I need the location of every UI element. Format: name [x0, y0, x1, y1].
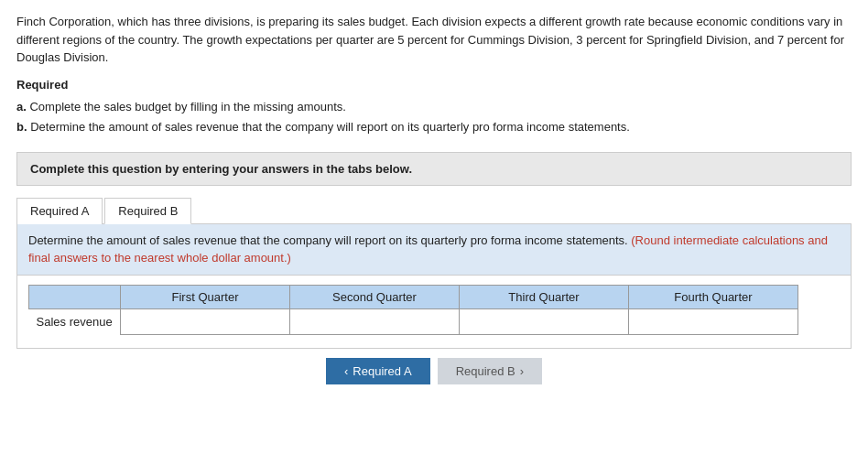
task-a-text: Complete the sales budget by filling in … — [29, 100, 345, 114]
next-button-label: Required B — [456, 364, 515, 378]
table-section: First Quarter Second Quarter Third Quart… — [17, 276, 851, 348]
prev-chevron-icon — [344, 364, 348, 378]
tab-required-b[interactable]: Required B — [104, 198, 191, 224]
input-q2[interactable] — [298, 315, 451, 329]
instruction-box: Complete this question by entering your … — [16, 152, 852, 186]
input-q1[interactable] — [128, 315, 282, 329]
info-bar: Determine the amount of sales revenue th… — [17, 224, 851, 276]
table-row: Sales revenue — [29, 308, 798, 334]
task-b: b. Determine the amount of sales revenue… — [16, 117, 852, 137]
col-first-quarter: First Quarter — [121, 285, 290, 308]
task-a-label: a. — [16, 100, 27, 114]
input-q4[interactable] — [636, 315, 790, 329]
tabs-container: Required A Required B — [16, 197, 852, 224]
intro-paragraph: Finch Corporation, which has three divis… — [16, 13, 852, 67]
task-list: a. Complete the sales budget by filling … — [16, 97, 852, 137]
prev-button-label: Required A — [353, 364, 411, 378]
task-a: a. Complete the sales budget by filling … — [16, 97, 852, 117]
tab-required-a[interactable]: Required A — [16, 198, 103, 224]
next-button[interactable]: Required B — [438, 358, 542, 384]
tab-content: Determine the amount of sales revenue th… — [16, 224, 852, 349]
next-chevron-icon — [520, 364, 524, 378]
input-q3[interactable] — [467, 315, 621, 329]
task-b-label: b. — [16, 120, 27, 134]
sales-table: First Quarter Second Quarter Third Quart… — [28, 285, 798, 335]
col-third-quarter: Third Quarter — [460, 285, 629, 308]
info-bar-main-text: Determine the amount of sales revenue th… — [28, 233, 628, 247]
task-b-text: Determine the amount of sales revenue th… — [30, 120, 630, 134]
required-heading: Required — [16, 78, 852, 92]
cell-q1[interactable] — [121, 308, 290, 334]
cell-q2[interactable] — [290, 308, 460, 334]
col-second-quarter: Second Quarter — [290, 285, 460, 308]
col-fourth-quarter: Fourth Quarter — [629, 285, 798, 308]
row-label-sales-revenue: Sales revenue — [29, 308, 121, 334]
prev-button[interactable]: Required A — [326, 358, 430, 384]
col-empty-header — [29, 285, 121, 308]
cell-q4[interactable] — [629, 308, 798, 334]
cell-q3[interactable] — [460, 308, 629, 334]
buttons-row: Required A Required B — [16, 358, 852, 384]
